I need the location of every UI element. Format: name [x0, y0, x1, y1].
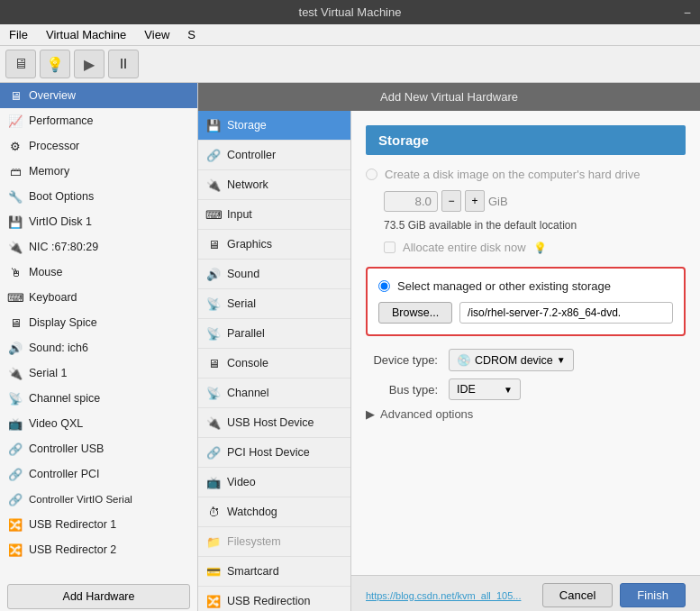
controller-pci-icon: 🔗 [7, 466, 23, 482]
middle-item-network[interactable]: 🔌 Network [198, 170, 350, 200]
play-button[interactable]: ▶ [74, 50, 105, 78]
middle-label-controller: Controller [227, 149, 276, 161]
middle-label-input: Input [227, 208, 252, 221]
bus-type-label: Bus type: [366, 383, 438, 397]
graphics-icon: 🖥 [205, 236, 222, 252]
middle-item-usb-host-device[interactable]: 🔌 USB Host Device [198, 408, 350, 438]
monitor-button[interactable]: 🖥 [5, 50, 36, 78]
select-storage-radio[interactable] [378, 280, 390, 292]
create-disk-radio[interactable] [366, 169, 377, 180]
middle-label-video: Video [227, 476, 256, 488]
left-sidebar: 🖥 Overview 📈 Performance ⚙ Processor 🗃 M… [0, 83, 198, 611]
sidebar-item-usb-redirector-1[interactable]: 🔀 USB Redirector 1 [0, 512, 197, 537]
overview-icon: 🖥 [7, 87, 23, 104]
middle-item-parallel[interactable]: 📡 Parallel [198, 319, 350, 349]
controller-icon: 🔗 [205, 147, 222, 163]
device-type-select[interactable]: 💿 CDROM device ▼ [449, 349, 574, 371]
sidebar-label-performance: Performance [29, 114, 94, 127]
menu-virtual-machine[interactable]: Virtual Machine [42, 26, 130, 43]
allocate-checkbox[interactable] [384, 242, 395, 253]
sidebar-item-video-qxl[interactable]: 📺 Video QXL [0, 411, 197, 436]
middle-item-controller[interactable]: 🔗 Controller [198, 141, 350, 170]
middle-item-sound[interactable]: 🔊 Sound [198, 260, 350, 289]
browse-button[interactable]: Browse... [378, 302, 452, 324]
menu-file[interactable]: File [5, 26, 32, 43]
sidebar-item-controller-virtio-serial[interactable]: 🔗 Controller VirtIO Serial [0, 487, 197, 512]
mouse-icon: 🖱 [7, 264, 23, 280]
boot-options-icon: 🔧 [7, 188, 23, 205]
add-hardware-header: Add New Virtual Hardware [198, 83, 700, 111]
middle-label-channel: Channel [227, 387, 269, 399]
advanced-options-label: Advanced options [380, 407, 473, 421]
nic-icon: 🔌 [7, 239, 23, 255]
sidebar-item-overview[interactable]: 🖥 Overview [0, 83, 197, 108]
sidebar-item-memory[interactable]: 🗃 Memory [0, 159, 197, 184]
sidebar-item-display-spice[interactable]: 🖥 Display Spice [0, 310, 197, 335]
sidebar-item-virtio-disk[interactable]: 💾 VirtIO Disk 1 [0, 209, 197, 234]
info-icon: 💡 [533, 242, 547, 254]
bus-type-select[interactable]: IDE ▼ [449, 378, 521, 400]
keyboard-icon: ⌨ [7, 289, 23, 306]
sidebar-label-channel-spice: Channel spice [29, 392, 100, 405]
device-type-label: Device type: [366, 353, 438, 367]
advanced-options-row[interactable]: ▶ Advanced options [366, 407, 686, 421]
sidebar-item-controller-pci[interactable]: 🔗 Controller PCI [0, 461, 197, 487]
sidebar-item-performance[interactable]: 📈 Performance [0, 108, 197, 133]
middle-item-video[interactable]: 📺 Video [198, 468, 350, 497]
sidebar-item-boot-options[interactable]: 🔧 Boot Options [0, 184, 197, 209]
sidebar-label-nic: NIC :67:80:29 [29, 241, 98, 253]
sidebar-item-nic[interactable]: 🔌 NIC :67:80:29 [0, 234, 197, 260]
finish-button[interactable]: Finish [620, 583, 686, 607]
sidebar-item-channel-spice[interactable]: 📡 Channel spice [0, 386, 197, 411]
menu-extra[interactable]: S [184, 26, 199, 43]
path-input[interactable] [459, 302, 673, 324]
middle-item-smartcard[interactable]: 💳 Smartcard [198, 557, 350, 587]
performance-icon: 📈 [7, 113, 23, 129]
pause-button[interactable]: ⏸ [108, 50, 139, 78]
sidebar-label-controller-virtio-serial: Controller VirtIO Serial [29, 494, 132, 505]
sidebar-item-keyboard[interactable]: ⌨ Keyboard [0, 285, 197, 310]
middle-item-pci-host-device[interactable]: 🔗 PCI Host Device [198, 438, 350, 468]
middle-item-filesystem[interactable]: 📁 Filesystem [198, 527, 350, 557]
cancel-button[interactable]: Cancel [542, 583, 613, 607]
filesystem-icon: 📁 [205, 533, 222, 550]
device-type-arrow-icon: ▼ [557, 355, 566, 365]
sidebar-label-video-qxl: Video QXL [29, 417, 83, 430]
sidebar-item-processor[interactable]: ⚙ Processor [0, 133, 197, 159]
middle-item-channel[interactable]: 📡 Channel [198, 378, 350, 408]
cdrom-icon: 💿 [457, 353, 471, 367]
size-decrease-button[interactable]: − [441, 190, 461, 212]
middle-item-usb-redirection[interactable]: 🔀 USB Redirection [198, 587, 350, 611]
middle-item-storage[interactable]: 💾 Storage [198, 111, 350, 141]
sidebar-item-controller-usb[interactable]: 🔗 Controller USB [0, 436, 197, 461]
video-qxl-icon: 📺 [7, 415, 23, 432]
middle-item-graphics[interactable]: 🖥 Graphics [198, 230, 350, 260]
usb-host-device-icon: 🔌 [205, 415, 222, 431]
sidebar-item-usb-redirector-2[interactable]: 🔀 USB Redirector 2 [0, 537, 197, 562]
virtio-disk-icon: 💾 [7, 214, 23, 230]
size-increase-button[interactable]: + [465, 190, 485, 212]
console-icon: 🖥 [205, 355, 222, 371]
smartcard-icon: 💳 [205, 563, 222, 579]
channel-spice-icon: 📡 [7, 390, 23, 406]
memory-icon: 🗃 [7, 163, 23, 179]
middle-item-input[interactable]: ⌨ Input [198, 200, 350, 230]
sidebar-item-serial1[interactable]: 🔌 Serial 1 [0, 360, 197, 386]
middle-item-watchdog[interactable]: ⏱ Watchdog [198, 497, 350, 527]
sidebar-label-controller-usb: Controller USB [29, 442, 104, 455]
sidebar-item-mouse[interactable]: 🖱 Mouse [0, 260, 197, 285]
menu-view[interactable]: View [141, 26, 173, 43]
link-hint[interactable]: https://blog.csdn.net/kvm_all_105... [366, 590, 535, 601]
add-hardware-button[interactable]: Add Hardware [7, 584, 190, 609]
bus-type-arrow-icon: ▼ [504, 385, 513, 395]
usb-redirector-1-icon: 🔀 [7, 516, 23, 533]
middle-item-console[interactable]: 🖥 Console [198, 349, 350, 378]
disk-size-input[interactable] [384, 191, 438, 212]
middle-item-serial[interactable]: 📡 Serial [198, 289, 350, 319]
sidebar-label-processor: Processor [29, 140, 79, 152]
sidebar-item-sound-ich6[interactable]: 🔊 Sound: ich6 [0, 335, 197, 360]
sidebar-label-boot-options: Boot Options [29, 190, 94, 203]
minimize-button[interactable]: − [684, 5, 691, 20]
bulb-button[interactable]: 💡 [40, 50, 70, 78]
available-text: 73.5 GiB available in the default locati… [384, 219, 686, 232]
